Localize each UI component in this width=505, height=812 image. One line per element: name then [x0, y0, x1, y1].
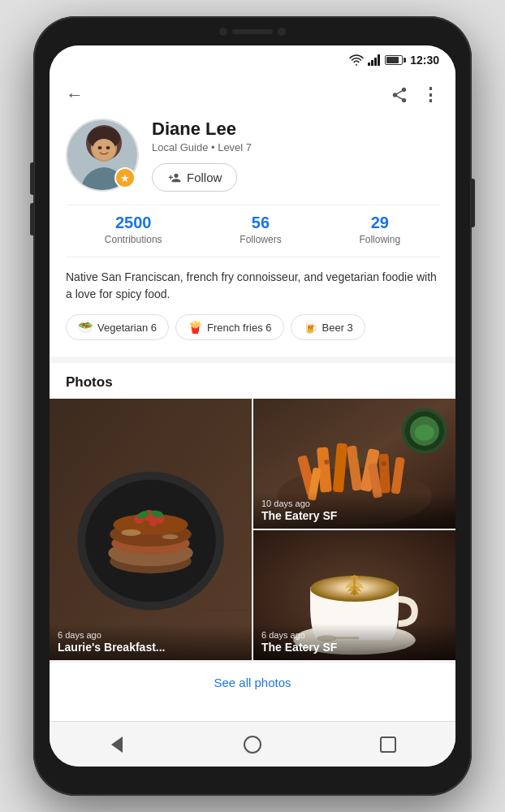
followers-value: 56: [240, 214, 281, 232]
photo-grid: 6 days ago Laurie's Breakfast...: [50, 399, 455, 660]
svg-point-46: [415, 425, 434, 441]
more-options-icon[interactable]: ⋮: [421, 84, 439, 106]
tag-french-fries[interactable]: 🍟 French fries 6: [175, 314, 283, 340]
svg-rect-0: [368, 63, 370, 66]
home-nav-button[interactable]: [236, 728, 269, 761]
svg-point-9: [98, 146, 102, 149]
tag-vegetarian[interactable]: 🥗 Vegetarian 6: [66, 314, 169, 340]
svg-point-25: [121, 529, 140, 536]
back-nav-icon: [111, 736, 123, 753]
bio-text: Native San Franciscan, french fry connoi…: [66, 269, 439, 303]
vol-down-button[interactable]: [30, 203, 34, 235]
photo-image-1: [50, 399, 252, 660]
svg-point-8: [93, 139, 115, 160]
contributions-label: Contributions: [105, 234, 162, 245]
beer-label: Beer 3: [322, 322, 353, 334]
home-nav-icon: [244, 736, 261, 754]
photo-item-3[interactable]: 6 days ago The Eatery SF: [253, 530, 455, 660]
svg-point-22: [149, 518, 157, 526]
speaker-bar: [232, 29, 273, 34]
screen-content[interactable]: ← ⋮: [50, 75, 455, 721]
phone-frame: 12:30 ← ⋮: [33, 16, 472, 796]
share-icon[interactable]: [391, 86, 408, 104]
svg-rect-1: [371, 60, 373, 66]
stat-following[interactable]: 29 Following: [359, 214, 400, 245]
photos-section-header: Photos: [50, 363, 455, 399]
local-guide-badge: ★: [114, 167, 136, 188]
svg-point-40: [324, 460, 329, 464]
bottom-nav: [50, 721, 455, 767]
following-value: 29: [359, 214, 400, 232]
profile-section: ★ Diane Lee Local Guide • Level 7 Follow: [50, 112, 455, 356]
stats-row: 2500 Contributions 56 Followers 29 Follo…: [66, 205, 439, 257]
signal-icon: [368, 54, 381, 66]
recents-nav-icon: [380, 736, 396, 753]
camera-dot: [219, 28, 227, 36]
photo-time-2: 10 days ago: [261, 499, 447, 508]
vegetarian-emoji: 🥗: [78, 320, 93, 335]
sensor-dot: [278, 28, 286, 36]
photo-caption-2: 10 days ago The Eatery SF: [253, 492, 455, 529]
back-button[interactable]: ←: [66, 84, 84, 106]
profile-header: ★ Diane Lee Local Guide • Level 7 Follow: [66, 119, 439, 192]
phone-top-bar: [219, 28, 286, 36]
profile-info: Diane Lee Local Guide • Level 7 Follow: [152, 119, 439, 192]
photos-section: Photos: [50, 356, 455, 702]
follow-icon: [167, 171, 182, 184]
vegetarian-label: Vegetarian 6: [97, 322, 157, 334]
avatar-container: ★: [66, 119, 139, 192]
phone-screen: 12:30 ← ⋮: [50, 45, 455, 767]
vol-up-button[interactable]: [30, 162, 34, 195]
photo-time-3: 6 days ago: [261, 630, 447, 640]
followers-label: Followers: [240, 234, 281, 245]
power-button[interactable]: [471, 179, 475, 227]
see-all-photos-button[interactable]: See all photos: [50, 662, 455, 702]
svg-point-41: [357, 455, 361, 459]
photo-time-1: 6 days ago: [58, 630, 244, 640]
fries-emoji: 🍟: [188, 320, 203, 335]
profile-subtitle: Local Guide • Level 7: [152, 141, 439, 153]
photo-place-2: The Eatery SF: [261, 509, 447, 522]
photo-caption-1: 6 days ago Laurie's Breakfast...: [50, 624, 252, 660]
back-nav-button[interactable]: [101, 728, 133, 761]
following-label: Following: [359, 234, 400, 245]
contributions-value: 2500: [105, 214, 162, 232]
svg-rect-2: [374, 58, 377, 66]
tag-beer[interactable]: 🍺 Beer 3: [291, 314, 365, 340]
photos-title: Photos: [66, 374, 113, 390]
battery-icon: [385, 55, 403, 65]
svg-point-42: [382, 461, 386, 466]
photo-caption-3: 6 days ago The Eatery SF: [253, 624, 455, 660]
photo-place-3: The Eatery SF: [261, 641, 447, 654]
status-icons: 12:30: [349, 54, 439, 67]
top-nav: ← ⋮: [50, 75, 455, 112]
stat-contributions: 2500 Contributions: [105, 214, 162, 245]
photo-item-2[interactable]: 10 days ago The Eatery SF: [253, 399, 455, 529]
tags-row: 🥗 Vegetarian 6 🍟 French fries 6 🍺 Beer 3: [66, 314, 439, 343]
reviews-section: Reviews: [50, 709, 455, 721]
beer-emoji: 🍺: [303, 320, 318, 335]
wifi-icon: [349, 54, 364, 66]
status-time: 12:30: [410, 54, 439, 67]
status-bar: 12:30: [50, 45, 455, 75]
photo-item-1[interactable]: 6 days ago Laurie's Breakfast...: [50, 399, 252, 660]
profile-name: Diane Lee: [152, 119, 439, 140]
photo-place-1: Laurie's Breakfast...: [58, 641, 244, 654]
fries-label: French fries 6: [207, 322, 271, 334]
svg-point-26: [162, 534, 179, 539]
svg-rect-3: [378, 54, 380, 66]
svg-point-10: [106, 146, 110, 149]
stat-followers[interactable]: 56 Followers: [240, 214, 281, 245]
follow-button[interactable]: Follow: [152, 163, 237, 192]
recents-nav-button[interactable]: [372, 728, 404, 761]
